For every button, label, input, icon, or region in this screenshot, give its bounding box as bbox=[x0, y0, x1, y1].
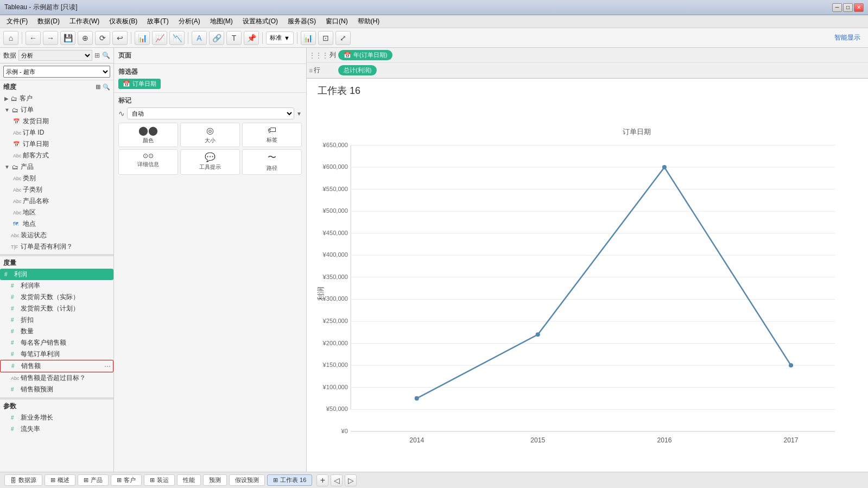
search-icon[interactable]: 🔍 bbox=[102, 52, 110, 59]
toolbar-back[interactable]: ← bbox=[26, 31, 41, 45]
field-shipdays-actual[interactable]: # 发货前天数（实际） bbox=[0, 291, 113, 303]
field-churn[interactable]: # 流失率 bbox=[0, 423, 113, 435]
toolbar-chart2[interactable]: 📈 bbox=[152, 31, 167, 45]
datapoint-2015[interactable] bbox=[536, 332, 540, 337]
tab-what-if[interactable]: 假设预测 bbox=[229, 474, 265, 486]
field-profitable[interactable]: T|F 订单是否有利润？ bbox=[0, 241, 113, 252]
tab-worksheet16[interactable]: ⊞ 工作表 16 bbox=[267, 474, 312, 486]
field-sales-exceed[interactable]: Abc 销售额是否超过目标？ bbox=[0, 372, 113, 384]
tb-sep-5 bbox=[297, 32, 297, 44]
datapoint-2016[interactable] bbox=[662, 165, 667, 169]
mark-size[interactable]: ◎ 大小 bbox=[180, 123, 240, 147]
toolbar-color[interactable]: A bbox=[192, 31, 207, 45]
field-location[interactable]: 🗺 地点 bbox=[2, 218, 111, 230]
marks-type-dropdown[interactable]: 自动 条形图 折线图 面积图 bbox=[127, 107, 294, 119]
field-discount[interactable]: # 折扣 bbox=[0, 314, 113, 326]
tb-sep-3 bbox=[188, 32, 188, 44]
toolbar-share[interactable]: ⤢ bbox=[335, 31, 351, 45]
field-profit[interactable]: # 利润 bbox=[0, 269, 113, 280]
field-productname[interactable]: Abc 产品名称 bbox=[2, 195, 111, 207]
toolbar-forward[interactable]: → bbox=[43, 31, 58, 45]
maximize-button[interactable]: □ bbox=[843, 3, 853, 12]
menu-format[interactable]: 设置格式(O) bbox=[238, 16, 282, 27]
datapoint-2017[interactable] bbox=[789, 363, 793, 367]
menu-analysis[interactable]: 分析(A) bbox=[174, 16, 205, 27]
svg-text:¥450,000: ¥450,000 bbox=[322, 230, 348, 236]
hash-icon-1: # bbox=[11, 283, 18, 289]
toolbar-chart-type[interactable]: 📊 bbox=[301, 31, 316, 45]
tab-product[interactable]: ⊞ 产品 bbox=[78, 474, 109, 486]
expand-icon-product: ▼ bbox=[4, 164, 10, 170]
datasource-dropdown[interactable]: 示例 - 超市 bbox=[3, 66, 110, 78]
toolbar-zoom-dropdown[interactable]: 标准 ▼ bbox=[266, 31, 294, 45]
tab-forecast[interactable]: 预测 bbox=[203, 474, 227, 486]
toolbar-save[interactable]: 💾 bbox=[60, 31, 75, 45]
field-orderdate[interactable]: 📅 订单日期 bbox=[2, 138, 111, 150]
mark-label[interactable]: 🏷 标签 bbox=[242, 123, 302, 147]
hash-icon-10: # bbox=[11, 415, 18, 421]
mark-color[interactable]: ⬤⬤ 颜色 bbox=[118, 123, 178, 147]
field-orderid[interactable]: Abc 订单 ID bbox=[2, 127, 111, 138]
toolbar-home[interactable]: ⌂ bbox=[3, 31, 18, 45]
tab-datasource[interactable]: 🗄 数据源 bbox=[4, 474, 42, 486]
menu-story[interactable]: 故事(T) bbox=[143, 16, 173, 27]
field-sales-forecast[interactable]: # 销售额预测 bbox=[0, 384, 113, 395]
menu-server[interactable]: 服务器(S) bbox=[283, 16, 320, 27]
order-group-header[interactable]: ▼ 🗂 订单 bbox=[2, 104, 111, 116]
close-button[interactable]: ✕ bbox=[854, 3, 864, 12]
toolbar-text[interactable]: T bbox=[226, 31, 242, 45]
menu-help[interactable]: 帮助(H) bbox=[353, 16, 384, 27]
toolbar-pin[interactable]: 📌 bbox=[244, 31, 259, 45]
toolbar-copy[interactable]: ⟳ bbox=[95, 31, 110, 45]
menu-dashboard[interactable]: 仪表板(B) bbox=[105, 16, 142, 27]
view-selector[interactable]: 分析 bbox=[18, 50, 92, 61]
mark-tooltip[interactable]: 💬 工具提示 bbox=[180, 149, 240, 175]
sheet-left-btn[interactable]: ◁ bbox=[331, 474, 343, 486]
field-category[interactable]: Abc 类别 bbox=[2, 173, 111, 184]
customer-group-header[interactable]: ▶ 🗂 客户 bbox=[2, 93, 111, 104]
search-dim-icon[interactable]: 🔍 bbox=[103, 84, 110, 91]
toolbar-undo[interactable]: ↩ bbox=[112, 31, 128, 45]
toolbar-chart3[interactable]: 📉 bbox=[169, 31, 185, 45]
field-subcategory[interactable]: Abc 子类别 bbox=[2, 184, 111, 195]
field-shipdays-plan[interactable]: # 发货前天数（计划） bbox=[0, 303, 113, 314]
mark-detail[interactable]: ⊙⊙ 详细信息 bbox=[118, 149, 178, 175]
field-growth[interactable]: # 新业务增长 bbox=[0, 412, 113, 423]
field-shipdate[interactable]: 📅 发货日期 bbox=[2, 116, 111, 127]
rows-pill[interactable]: 总计(利润) bbox=[338, 65, 377, 75]
sheet-right-btn[interactable]: ▷ bbox=[345, 474, 357, 486]
menu-data[interactable]: 数据(D) bbox=[33, 16, 64, 27]
tab-customer[interactable]: ⊞ 客户 bbox=[111, 474, 142, 486]
tab-shipping[interactable]: ⊞ 装运 bbox=[144, 474, 175, 486]
rows-shelf: ≡ 行 总计(利润) bbox=[307, 63, 868, 78]
toolbar-chart1[interactable]: 📊 bbox=[135, 31, 150, 45]
grid-icon[interactable]: ⊞ bbox=[96, 84, 100, 91]
field-profitrate[interactable]: # 利润率 bbox=[0, 280, 113, 291]
product-group-header[interactable]: ▼ 🗂 产品 bbox=[2, 161, 111, 173]
data-tab[interactable]: 数据 bbox=[3, 51, 16, 60]
menu-file[interactable]: 文件(F) bbox=[2, 16, 32, 27]
field-shipmode[interactable]: Abc 邮客方式 bbox=[2, 150, 111, 161]
toolbar-fullscreen[interactable]: ⊡ bbox=[318, 31, 333, 45]
tab-performance[interactable]: 性能 bbox=[177, 474, 201, 486]
columns-pill[interactable]: 📅 年(订单日期) bbox=[338, 50, 392, 60]
filter-orderdate-pill[interactable]: 📅 订单日期 bbox=[118, 79, 161, 89]
toolbar-link[interactable]: 🔗 bbox=[209, 31, 224, 45]
minimize-button[interactable]: ─ bbox=[832, 3, 842, 12]
mark-path[interactable]: 〜 路径 bbox=[242, 149, 302, 175]
datapoint-2014[interactable] bbox=[415, 396, 419, 401]
field-profit-per-order[interactable]: # 每笔订单利润 bbox=[0, 348, 113, 360]
field-quantity[interactable]: # 数量 bbox=[0, 326, 113, 337]
field-sales[interactable]: # 销售额 ⋯ bbox=[0, 360, 113, 372]
tab-overview[interactable]: ⊞ 概述 bbox=[45, 474, 75, 486]
toolbar-new-datasource[interactable]: ⊕ bbox=[78, 31, 93, 45]
menu-window[interactable]: 窗口(N) bbox=[321, 16, 352, 27]
product-label: 产品 bbox=[21, 162, 34, 172]
field-shipstatus[interactable]: Abc 装运状态 bbox=[0, 230, 113, 241]
add-sheet-btn[interactable]: + bbox=[316, 474, 328, 486]
field-region[interactable]: Abc 地区 bbox=[2, 207, 111, 218]
menu-worksheet[interactable]: 工作表(W) bbox=[65, 16, 104, 27]
menu-map[interactable]: 地图(M) bbox=[206, 16, 237, 27]
field-sales-per-customer[interactable]: # 每名客户销售额 bbox=[0, 337, 113, 348]
intelligent-display-label[interactable]: 智能显示 bbox=[834, 33, 860, 42]
